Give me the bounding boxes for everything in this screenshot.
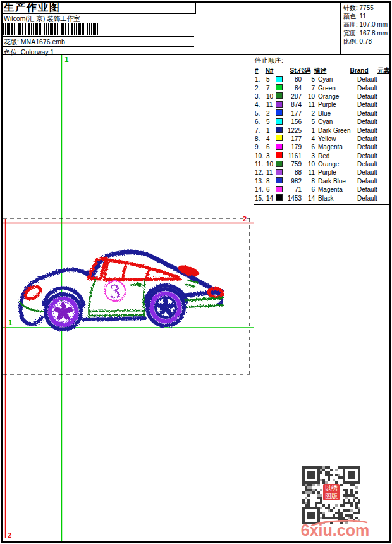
racing-number-badge: 3 [105,281,125,303]
racing-number: 3 [109,281,121,302]
guide-label-1-left: 1 [8,319,13,327]
qr-finder-icon [302,466,320,484]
guide-label-2-bottom: 2 [8,531,12,540]
car-design: 3 [20,252,223,330]
qr-finder-icon [343,466,360,484]
guide-label-1-top: 1 [64,56,69,64]
watermark-site: 6xiu.com [296,521,374,540]
guide-label-2-right: 2 [243,215,247,223]
production-worksheet: 生产作业图 Wilcom(汇 京) 装饰工作室 花版: MNA1676.emb … [0,0,392,544]
design-preview: 1 1 2 2 [0,0,392,544]
car-wheel-front [46,294,81,330]
door-handle [138,282,143,287]
car-wheel-rear [147,289,184,326]
qr-center-seal: 以绣图版 [323,484,340,500]
qr-code: 以绣图版 [302,466,360,524]
